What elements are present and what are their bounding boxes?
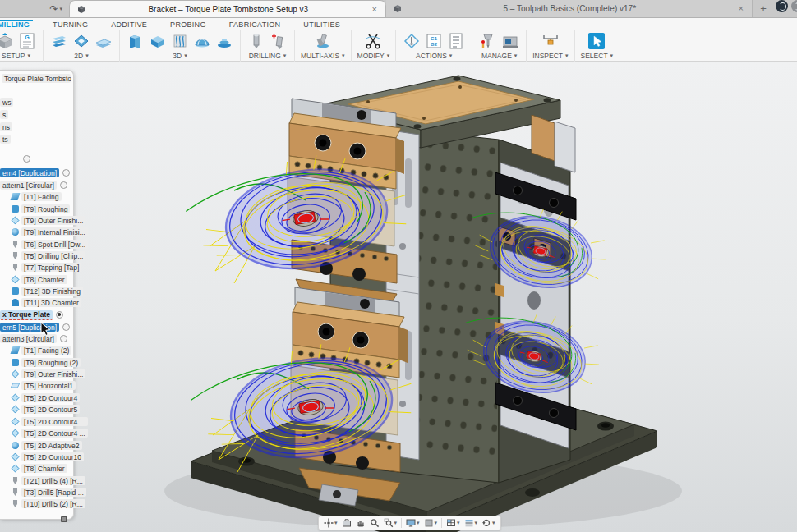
orbit-button[interactable]: ▾ bbox=[322, 516, 339, 530]
pocket-3d-button[interactable] bbox=[148, 31, 168, 51]
job-status-icon[interactable] bbox=[776, 0, 788, 12]
zoom-window-button[interactable]: ▾ bbox=[382, 516, 399, 530]
browser-filter-button[interactable] bbox=[59, 511, 69, 519]
viewports-icon bbox=[446, 518, 456, 528]
browser-op-row[interactable]: [T12] 3D Finishing bbox=[0, 286, 83, 296]
browser-row-clipped[interactable]: ws bbox=[0, 97, 13, 108]
tab-fabrication[interactable]: FABRICATION bbox=[226, 20, 284, 30]
close-tab-button[interactable]: × bbox=[737, 4, 745, 13]
simulate-button[interactable] bbox=[402, 31, 422, 51]
fit-button[interactable] bbox=[340, 516, 353, 530]
machine-library-button[interactable] bbox=[500, 31, 520, 51]
tab-document-active[interactable]: Bracket – Torque Plate Tombstone Setup v… bbox=[69, 0, 386, 17]
radio-selected-icon[interactable] bbox=[56, 311, 63, 319]
profile-avatar[interactable] bbox=[791, 0, 797, 12]
browser-op-row[interactable]: [T9] Roughing (2) bbox=[0, 357, 81, 368]
drill-button[interactable] bbox=[246, 31, 266, 51]
2d-menu[interactable]: 2D▾ bbox=[74, 52, 88, 60]
modify-menu[interactable]: MODIFY▾ bbox=[357, 52, 390, 60]
browser-op-row[interactable]: [T5] 2D Contour4 ... bbox=[0, 416, 88, 427]
multiaxis-menu[interactable]: MULTI-AXIS▾ bbox=[301, 52, 345, 60]
browser-setup-row-selected[interactable]: x Torque Plate bbox=[0, 310, 63, 320]
new-tab-button[interactable]: + bbox=[753, 0, 774, 17]
pan-button[interactable] bbox=[354, 516, 367, 530]
inspect-menu[interactable]: INSPECT▾ bbox=[532, 52, 568, 60]
browser-root-row[interactable]: Torque Plate Tombstone ... bbox=[2, 73, 71, 84]
browser-op-row[interactable]: [T21] Drill5 (4) [R... bbox=[0, 475, 85, 486]
zoom-button[interactable] bbox=[368, 516, 381, 530]
tap-button[interactable] bbox=[269, 31, 288, 51]
browser-op-row[interactable]: [T1] Facing (2) bbox=[0, 345, 71, 355]
browser-pattern-row[interactable]: ern5 [Duplication] bbox=[0, 322, 70, 332]
3d-menu[interactable]: 3D▾ bbox=[173, 52, 187, 60]
browser-op-row[interactable]: [T6] Spot Drill [Dw... bbox=[0, 239, 88, 250]
browser-op-row[interactable]: [T5] Horizontal1 bbox=[0, 380, 76, 391]
radio-icon[interactable] bbox=[62, 169, 70, 177]
manage-menu[interactable]: MANAGE▾ bbox=[481, 52, 517, 60]
spiral-button[interactable] bbox=[214, 31, 234, 51]
viewport-canvas[interactable] bbox=[0, 62, 797, 532]
setup-menu[interactable]: SETUP▾ bbox=[2, 52, 30, 60]
browser-pattern-row[interactable]: ern4 [Duplication] bbox=[0, 167, 70, 178]
tool-library-button[interactable] bbox=[478, 31, 498, 51]
refresh-button[interactable]: ▾ bbox=[480, 516, 497, 530]
browser-op-row[interactable]: [T5] 2D Contour4 bbox=[0, 392, 80, 403]
radio-icon[interactable] bbox=[62, 323, 70, 331]
browser-op-row[interactable]: [T5] Drilling [Chip... bbox=[0, 250, 85, 261]
browser-op-row[interactable]: [T5] 2D Contour10 bbox=[0, 452, 84, 462]
browser-op-row[interactable]: [T9] Outer Finishi... bbox=[0, 369, 85, 379]
browser-op-row[interactable]: [T3] Drill5 [Rapid ... bbox=[0, 487, 86, 498]
tab-milling[interactable]: MILLING bbox=[0, 20, 33, 30]
browser-op-row[interactable]: [T5] 2D Contour5 bbox=[0, 404, 80, 415]
redo-button[interactable]: ↷ bbox=[49, 3, 58, 15]
browser-op-row[interactable]: [T5] 2D Adaptive2 bbox=[0, 440, 82, 451]
tab-probing[interactable]: PROBING bbox=[167, 20, 210, 30]
adaptive-clearing-2d-button[interactable] bbox=[49, 31, 69, 51]
tab-utilities[interactable]: UTILITIES bbox=[300, 20, 343, 30]
radio-icon[interactable] bbox=[60, 181, 67, 189]
viewports-button[interactable]: ▾ bbox=[445, 516, 462, 530]
face-2d-button[interactable] bbox=[94, 31, 113, 51]
browser-op-row[interactable]: [T7] Tapping [Tap] bbox=[0, 262, 81, 273]
measure-button[interactable] bbox=[541, 31, 560, 51]
browser-op-row[interactable]: [T9] Roughing bbox=[0, 204, 70, 214]
browser-setup-row[interactable] bbox=[20, 154, 30, 164]
grid-snaps-button[interactable]: ▾ bbox=[422, 516, 440, 530]
browser-op-row[interactable]: [T10] Drill5 (2) [R... bbox=[0, 498, 85, 509]
browser-op-row[interactable]: [T8] Chamfer bbox=[0, 463, 67, 474]
close-tab-button[interactable]: × bbox=[371, 5, 379, 14]
pocket-2d-button[interactable] bbox=[71, 31, 91, 51]
browser-op-row[interactable]: [T8] Chamfer bbox=[0, 274, 67, 285]
post-process-button[interactable]: G bbox=[17, 31, 37, 51]
radio-icon[interactable] bbox=[23, 155, 30, 163]
browser-op-row[interactable]: [T9] Internal Finisi... bbox=[0, 227, 88, 237]
tab-additive[interactable]: ADDITIVE bbox=[108, 20, 150, 30]
browser-row-clipped[interactable]: ts bbox=[0, 134, 11, 144]
tab-document-inactive[interactable]: 5 – Toolpath Basics (Complete) v17* × bbox=[386, 0, 753, 17]
layout-button[interactable]: ▾ bbox=[463, 516, 480, 530]
drilling-menu[interactable]: DRILLING▾ bbox=[249, 52, 287, 60]
tab-turning[interactable]: TURNING bbox=[49, 20, 91, 30]
radio-icon[interactable] bbox=[60, 335, 67, 342]
new-setup-button[interactable] bbox=[0, 31, 15, 51]
setup-sheet-button[interactable] bbox=[446, 31, 466, 51]
select-menu[interactable]: SELECT▾ bbox=[581, 52, 614, 60]
select-button[interactable] bbox=[587, 31, 606, 51]
display-settings-button[interactable]: ▾ bbox=[404, 516, 422, 530]
post-gcode-button[interactable]: G1 G2 bbox=[424, 31, 444, 51]
browser-op-row[interactable]: [T11] 3D Chamfer bbox=[0, 297, 81, 308]
steep-shallow-button[interactable] bbox=[170, 31, 190, 51]
browser-row-clipped[interactable]: ns bbox=[0, 122, 12, 132]
browser-pattern-row[interactable]: attern1 [Circular] bbox=[0, 180, 67, 190]
browser-op-row[interactable]: [T5] 2D Contour4 ... bbox=[0, 428, 88, 438]
browser-pattern-row[interactable]: attern3 [Circular] bbox=[0, 333, 67, 344]
redo-menu-caret-icon[interactable]: ▾ bbox=[59, 6, 62, 12]
modify-button[interactable] bbox=[363, 31, 383, 51]
multi-axis-button[interactable] bbox=[313, 31, 333, 51]
adaptive-clearing-3d-button[interactable] bbox=[126, 31, 145, 51]
parallel-button[interactable] bbox=[192, 31, 212, 51]
browser-row-clipped[interactable]: s bbox=[0, 109, 8, 120]
browser-op-row[interactable]: [T1] Facing bbox=[0, 191, 62, 202]
actions-menu[interactable]: ACTIONS▾ bbox=[416, 52, 452, 60]
browser-op-row[interactable]: [T9] Outer Finishi... bbox=[0, 215, 85, 226]
